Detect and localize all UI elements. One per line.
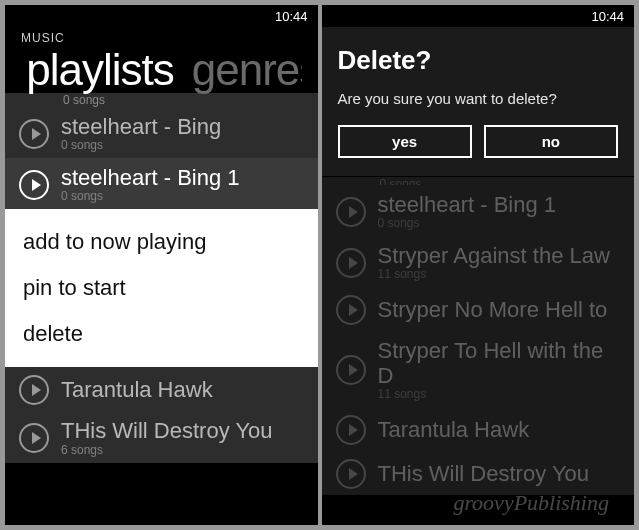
playlist-item: THis Will Destroy You — [322, 451, 635, 495]
dialog-message: Are you sure you want to delete? — [338, 90, 619, 107]
play-icon — [336, 415, 366, 445]
context-menu: add to now playing pin to start delete — [5, 209, 318, 367]
playlist-subcount: 6 songs — [61, 443, 304, 457]
play-icon — [336, 295, 366, 325]
status-bar: 10:44 — [322, 5, 635, 27]
play-icon[interactable] — [19, 119, 49, 149]
playlist-subcount: 0 songs — [61, 189, 304, 203]
clipped-subcount: 0 songs — [5, 93, 318, 107]
play-icon[interactable] — [19, 170, 49, 200]
playlist-item: Stryper To Hell with the D 11 songs — [322, 331, 635, 406]
status-bar: 10:44 — [5, 5, 318, 27]
no-button[interactable]: no — [484, 125, 618, 158]
dialog-title: Delete? — [338, 45, 619, 76]
playlist-subcount: 11 songs — [378, 267, 610, 281]
play-icon — [336, 248, 366, 278]
playlist-item-selected[interactable]: steelheart - Bing 1 0 songs — [5, 158, 318, 209]
play-icon — [336, 459, 366, 489]
playlist-item[interactable]: steelheart - Bing 0 songs — [5, 107, 318, 158]
pivot-next[interactable]: genres — [192, 45, 302, 95]
playlist-list[interactable]: 0 songs steelheart - Bing 0 songs steelh… — [5, 93, 318, 463]
play-icon — [336, 197, 366, 227]
clipped-subcount: 0 songs — [322, 177, 635, 185]
playlist-title: Tarantula Hawk — [378, 418, 530, 442]
status-time: 10:44 — [591, 9, 624, 24]
playlist-item: Tarantula Hawk — [322, 407, 635, 451]
music-header: MUSIC ts playlists genres — [5, 27, 318, 97]
playlist-title: Stryper To Hell with the D — [378, 339, 621, 387]
play-icon — [336, 355, 366, 385]
playlist-title: steelheart - Bing 1 — [378, 193, 557, 217]
ctx-add-to-now-playing[interactable]: add to now playing — [5, 219, 318, 265]
playlist-item[interactable]: Tarantula Hawk — [5, 367, 318, 411]
playlist-subcount: 0 songs — [378, 216, 557, 230]
status-time: 10:44 — [275, 9, 308, 24]
delete-dialog: Delete? Are you sure you want to delete?… — [322, 27, 635, 177]
yes-button[interactable]: yes — [338, 125, 472, 158]
playlist-subcount: 0 songs — [61, 138, 304, 152]
playlist-item: Stryper Against the Law 11 songs — [322, 236, 635, 287]
playlist-title: steelheart - Bing 1 — [61, 166, 304, 190]
playlist-title: Stryper No More Hell to — [378, 298, 608, 322]
pivot-tabs[interactable]: ts playlists genres — [21, 45, 302, 97]
playlist-item[interactable]: THis Will Destroy You 6 songs — [5, 411, 318, 462]
play-icon[interactable] — [19, 375, 49, 405]
pivot-active[interactable]: playlists — [26, 45, 174, 95]
playlist-title: THis Will Destroy You — [378, 462, 590, 486]
ctx-pin-to-start[interactable]: pin to start — [5, 265, 318, 311]
phone-left: 10:44 MUSIC ts playlists genres 0 songs … — [5, 5, 318, 525]
play-icon[interactable] — [19, 423, 49, 453]
playlist-title: THis Will Destroy You — [61, 419, 304, 443]
playlist-item: steelheart - Bing 1 0 songs — [322, 185, 635, 236]
playlist-subcount: 11 songs — [378, 387, 621, 401]
phone-right: 10:44 Delete? Are you sure you want to d… — [322, 5, 635, 525]
playlist-title: steelheart - Bing — [61, 115, 304, 139]
playlist-list-dimmed: 0 songs steelheart - Bing 1 0 songs Stry… — [322, 177, 635, 495]
app-title: MUSIC — [21, 31, 302, 45]
playlist-item: Stryper No More Hell to — [322, 287, 635, 331]
ctx-delete[interactable]: delete — [5, 311, 318, 357]
playlist-title: Stryper Against the Law — [378, 244, 610, 268]
playlist-title: Tarantula Hawk — [61, 378, 304, 402]
